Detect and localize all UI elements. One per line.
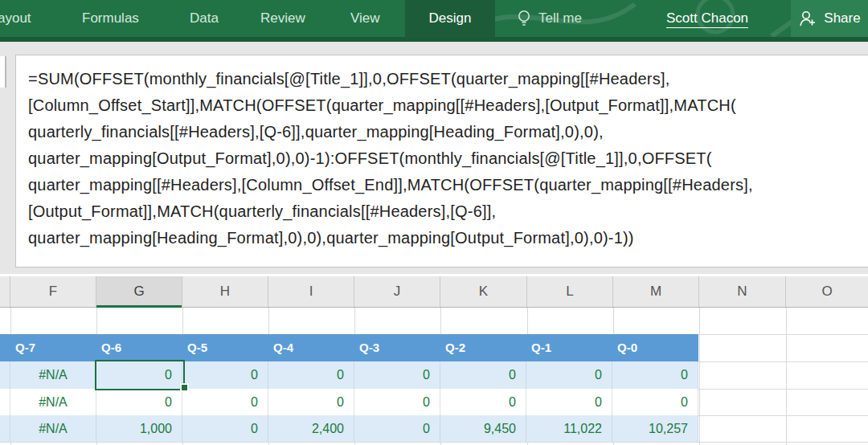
table-header-q1[interactable]: Q-1 [526,334,612,361]
column-header-g[interactable]: G [96,276,182,307]
cell-l-1[interactable]: 0 [526,361,612,389]
cell-e-2[interactable] [0,389,10,415]
cell-f-3[interactable]: #N/A [10,415,96,442]
cell-j-2[interactable]: 0 [354,389,440,415]
tab-view[interactable]: View [350,0,380,37]
table-row: #N/A 1,000 0 2,400 0 9,450 11,022 10,257 [0,415,698,442]
column-header-l[interactable]: L [527,276,613,307]
cell-k-3[interactable]: 9,450 [440,415,526,442]
column-header-i[interactable]: I [268,276,354,307]
cell-e-3[interactable] [0,415,10,442]
share-person-icon [798,9,817,28]
tab-review[interactable]: Review [260,0,305,37]
column-header-n[interactable]: N [699,276,786,307]
cell-l-2[interactable]: 0 [526,389,612,415]
table-header-q3[interactable]: Q-3 [354,334,440,361]
tell-me-button[interactable]: Tell me [516,0,582,37]
column-header-o[interactable]: O [786,276,868,307]
formula-line: =SUM(OFFSET(monthly_financials[@[Title_1… [28,66,868,92]
table-row: #N/A 0 0 0 0 0 0 0 [0,389,698,415]
cell-e-1[interactable] [0,361,10,389]
table-header-sliver[interactable] [0,334,10,361]
cell-h-3[interactable]: 0 [182,415,268,442]
cell-f-1[interactable]: #N/A [10,361,96,389]
name-box-fragment [0,56,6,88]
share-label: Share [824,10,860,27]
formula-bar[interactable]: =SUM(OFFSET(monthly_financials[@[Title_1… [15,55,868,267]
column-header-k[interactable]: K [440,276,527,307]
excel-window: ayout Formulas Data Review View Design T… [0,0,868,445]
cell-m-2[interactable]: 0 [612,389,698,415]
formula-line: quarter_mapping[[#Headers],[Column_Offse… [28,172,868,198]
cell-j-3[interactable]: 0 [354,415,440,442]
lightbulb-icon [516,9,532,28]
tab-layout[interactable]: ayout [0,0,31,37]
column-header-m[interactable]: M [613,276,699,307]
gridline [699,308,700,445]
formula-line: quarter_mapping[Heading_Format],0),0),qu… [28,225,868,251]
tab-data[interactable]: Data [190,0,219,37]
formula-line: quarterly_financials[[#Headers],[Q-6]],q… [28,119,868,145]
table-header-row: Q-7 Q-6 Q-5 Q-4 Q-3 Q-2 Q-1 Q-0 [0,334,698,361]
tab-formulas[interactable]: Formulas [82,0,139,37]
cell-h-1[interactable]: 0 [182,361,268,389]
table-header-q2[interactable]: Q-2 [440,334,526,361]
cell-h-2[interactable]: 0 [182,389,268,415]
table-header-q0[interactable]: Q-0 [612,334,698,361]
cell-l-3[interactable]: 11,022 [526,415,612,442]
cell-k-2[interactable]: 0 [440,389,526,415]
cell-i-2[interactable]: 0 [268,389,354,415]
cell-g-2[interactable]: 0 [96,389,182,415]
column-header-sliver[interactable] [0,276,10,307]
share-button[interactable]: Share [791,0,868,37]
account-name[interactable]: Scott Chacon [666,0,748,37]
cell-i-3[interactable]: 2,400 [268,415,354,442]
gridline [0,442,868,443]
column-header-row: F G H I J K L M N O [0,276,868,308]
gridline [786,308,787,445]
table-header-q6[interactable]: Q-6 [96,334,182,361]
column-header-j[interactable]: J [354,276,440,307]
cell-m-3[interactable]: 10,257 [612,415,698,442]
column-header-h[interactable]: H [182,276,268,307]
cell-f-2[interactable]: #N/A [10,389,96,415]
column-header-f[interactable]: F [10,276,96,307]
ribbon: ayout Formulas Data Review View Design T… [0,0,868,37]
cell-i-1[interactable]: 0 [268,361,354,389]
selected-cell-outline [95,360,185,390]
fill-handle[interactable] [182,385,187,390]
cell-g-3[interactable]: 1,000 [96,415,182,442]
sheet-grid[interactable]: Q-7 Q-6 Q-5 Q-4 Q-3 Q-2 Q-1 Q-0 #N/A 0 0… [0,308,868,445]
cell-m-1[interactable]: 0 [612,361,698,389]
cell-j-1[interactable]: 0 [354,361,440,389]
tell-me-label: Tell me [538,10,582,27]
formula-line: [Output_Format]],MATCH(quarterly_financi… [28,198,868,225]
cell-k-1[interactable]: 0 [440,361,526,389]
table-header-q5[interactable]: Q-5 [182,334,268,361]
formula-line: quarter_mapping[Output_Format],0),0)-1):… [28,145,868,172]
tab-design[interactable]: Design [405,0,495,37]
table-header-q4[interactable]: Q-4 [268,334,354,361]
formula-line: [Column_Offset_Start]],MATCH(OFFSET(quar… [28,92,868,119]
table-header-q7[interactable]: Q-7 [10,334,96,361]
